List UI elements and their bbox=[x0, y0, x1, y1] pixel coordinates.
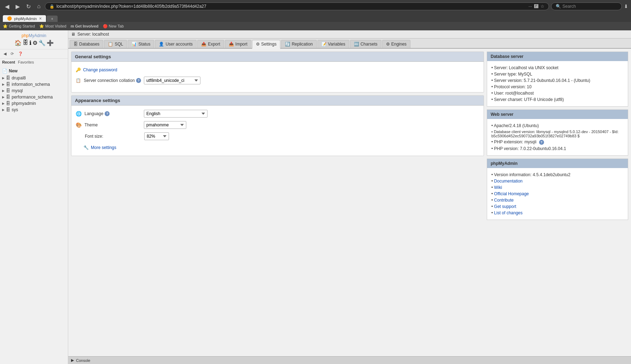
tree-item-sys[interactable]: ▶ 🗄 sys bbox=[0, 107, 68, 113]
expand-icon: ▶ bbox=[2, 76, 5, 80]
language-select[interactable]: English French German bbox=[144, 110, 208, 118]
sidebar-help-button[interactable]: ❓ bbox=[17, 51, 24, 57]
tab-close[interactable]: ✕ bbox=[39, 17, 42, 20]
new-label: New bbox=[9, 68, 18, 73]
get-support-link[interactable]: Get support bbox=[494, 204, 516, 209]
theme-select[interactable]: pmahomme original bbox=[144, 121, 186, 129]
appearance-settings-panel: Appearance settings 🌐 Language ? English… bbox=[71, 95, 484, 156]
tree-item-mysql[interactable]: ▶ 🗄 mysql bbox=[0, 88, 68, 94]
pma-item-5: Get support bbox=[491, 203, 624, 210]
bookmark-get-involved[interactable]: m Get Involved bbox=[71, 24, 99, 28]
documentation-link[interactable]: Documentation bbox=[494, 179, 523, 184]
wiki-link[interactable]: Wiki bbox=[494, 185, 502, 190]
tree-item-new[interactable]: 📄 New bbox=[0, 67, 68, 75]
charsets-icon: 🔤 bbox=[354, 42, 359, 47]
download-icon[interactable]: ⬇ bbox=[624, 4, 628, 9]
tab-import[interactable]: 📥 Import bbox=[225, 40, 251, 48]
databases-icon: 🗄 bbox=[74, 42, 78, 47]
browser-chrome: ◀ ▶ ↻ ⌂ 🔒 localhost/phpmyadmin/index.php… bbox=[0, 0, 631, 22]
phpmyadmin-panel-header: phpMyAdmin bbox=[487, 159, 628, 168]
language-help-icon[interactable]: ? bbox=[105, 111, 110, 116]
pma-item-0: Version information: 4.5.4.1deb2ubuntu2 bbox=[491, 172, 624, 178]
web-server-item-0: Apache/2.4.18 (Ubuntu) bbox=[491, 123, 624, 129]
wrench-icon: 🔧 bbox=[83, 145, 89, 150]
bookmark-most-visited[interactable]: ⭐ Most Visited bbox=[39, 24, 66, 29]
expand-icon: ▶ bbox=[2, 102, 5, 105]
tree-item-performance-schema[interactable]: ▶ 🗄 performance_schema bbox=[0, 94, 68, 100]
expand-icon: ▶ bbox=[2, 108, 5, 112]
tree-item-information-schema[interactable]: ▶ 🗄 information_schema bbox=[0, 81, 68, 88]
db-icon: 🗄 bbox=[6, 107, 10, 112]
address-bar[interactable]: 🔒 localhost/phpmyadmin/index.php?token=1… bbox=[45, 2, 549, 10]
db-icon: 🗄 bbox=[6, 101, 10, 106]
bookmark-getting-started[interactable]: ⭐ Getting Started bbox=[3, 24, 35, 29]
reload-button[interactable]: ↻ bbox=[24, 2, 33, 11]
change-password-link[interactable]: Change password bbox=[83, 67, 117, 72]
tree-item-drupal8[interactable]: ▶ 🗄 drupal8 bbox=[0, 75, 68, 81]
db-server-item-5: Server charset: UTF-8 Unicode (utf8) bbox=[491, 96, 624, 103]
appearance-settings-header: Appearance settings bbox=[71, 96, 484, 106]
official-homepage-link[interactable]: Official Homepage bbox=[494, 191, 529, 196]
web-server-panel: Web server Apache/2.4.18 (Ubuntu) Databa… bbox=[487, 109, 628, 156]
tab-sql[interactable]: 📋 SQL bbox=[104, 40, 127, 48]
general-settings-header: General settings bbox=[71, 52, 484, 62]
tab-charsets[interactable]: 🔤 Charsets bbox=[350, 40, 381, 48]
tab-variables[interactable]: 📝 Variables bbox=[317, 40, 349, 48]
favorites-link[interactable]: Favorites bbox=[18, 60, 34, 64]
logo-text: phpMyAdmin bbox=[3, 33, 65, 38]
replication-icon: 🔄 bbox=[285, 42, 290, 47]
logo-home-icon: 🏠 bbox=[14, 40, 22, 46]
collation-select[interactable]: utf8mb4_unicode_ci bbox=[144, 77, 200, 84]
theme-icon: 🎨 bbox=[76, 122, 82, 128]
new-tab-button[interactable]: + bbox=[47, 16, 57, 22]
language-label: Language ? bbox=[84, 111, 141, 116]
general-settings-panel: General settings 🔑 Change password 📋 Ser… bbox=[71, 52, 484, 93]
console-bar[interactable]: ▶ Console bbox=[68, 356, 631, 364]
tree-item-phpmyadmin[interactable]: ▶ 🗄 phpmyadmin bbox=[0, 100, 68, 107]
db-label: performance_schema bbox=[12, 95, 53, 100]
collation-help-icon[interactable]: ? bbox=[136, 78, 141, 83]
search-bar[interactable]: 🔍 Search bbox=[551, 2, 622, 10]
db-server-item-2: Server version: 5.7.21-0ubuntu0.16.04.1 … bbox=[491, 77, 624, 84]
pma-item-2: Wiki bbox=[491, 184, 624, 191]
db-label: sys bbox=[12, 107, 18, 112]
web-server-item-1: Database client version: libmysql - mysq… bbox=[491, 129, 624, 139]
font-size-select[interactable]: 82% 90% 100% bbox=[144, 132, 169, 140]
phpmyadmin-info-panel: phpMyAdmin Version information: 4.5.4.1d… bbox=[487, 159, 628, 220]
tab-databases[interactable]: 🗄 Databases bbox=[70, 40, 103, 48]
sidebar-collapse-button[interactable]: ◀ bbox=[2, 51, 8, 57]
pocket-icon: 🅿 bbox=[534, 4, 538, 9]
settings-icon: ⚙ bbox=[256, 42, 260, 47]
pma-item-1: Documentation bbox=[491, 178, 624, 184]
forward-button[interactable]: ▶ bbox=[13, 2, 22, 11]
db-server-item-4: User: root@localhost bbox=[491, 90, 624, 96]
theme-label: Theme bbox=[84, 123, 141, 127]
sidebar-links: Recent Favorites bbox=[0, 59, 68, 66]
tab-status[interactable]: 📊 Status bbox=[128, 40, 154, 48]
font-size-label: Font size: bbox=[85, 134, 141, 139]
tab-user-accounts[interactable]: 👤 User accounts bbox=[155, 40, 197, 48]
list-of-changes-link[interactable]: List of changes bbox=[494, 210, 523, 215]
sidebar-reload-button[interactable]: ⟳ bbox=[9, 51, 15, 57]
sidebar-tree: 📄 New ▶ 🗄 drupal8 ▶ 🗄 information_schema… bbox=[0, 66, 68, 364]
tab-export[interactable]: 📤 Export bbox=[197, 40, 224, 48]
mysqli-help-icon[interactable]: ? bbox=[539, 140, 544, 145]
change-password-row: 🔑 Change password bbox=[76, 66, 479, 74]
tab-engines[interactable]: ⚙ Engines bbox=[382, 40, 410, 48]
back-button[interactable]: ◀ bbox=[3, 2, 11, 11]
collation-label: Server connection collation ? bbox=[84, 78, 141, 83]
contribute-link[interactable]: Contribute bbox=[494, 198, 514, 203]
server-header: 🖥 Server: localhost bbox=[68, 30, 631, 38]
pma-item-4: Contribute bbox=[491, 197, 624, 203]
database-server-panel: Database server Server: Localhost via UN… bbox=[487, 52, 628, 107]
bookmark-new-tab[interactable]: 🔴 New Tab bbox=[103, 24, 124, 29]
recent-link[interactable]: Recent bbox=[2, 60, 15, 64]
home-button[interactable]: ⌂ bbox=[35, 2, 43, 10]
more-settings-link[interactable]: More settings bbox=[91, 145, 116, 150]
active-tab[interactable]: 🟠 phpMyAdmin ✕ bbox=[3, 15, 46, 22]
pma-item-3: Official Homepage bbox=[491, 191, 624, 197]
sidebar-controls: ◀ ⟳ ❓ bbox=[0, 49, 68, 59]
db-label: information_schema bbox=[12, 82, 50, 87]
tab-settings[interactable]: ⚙ Settings bbox=[252, 40, 280, 49]
tab-replication[interactable]: 🔄 Replication bbox=[281, 40, 316, 48]
